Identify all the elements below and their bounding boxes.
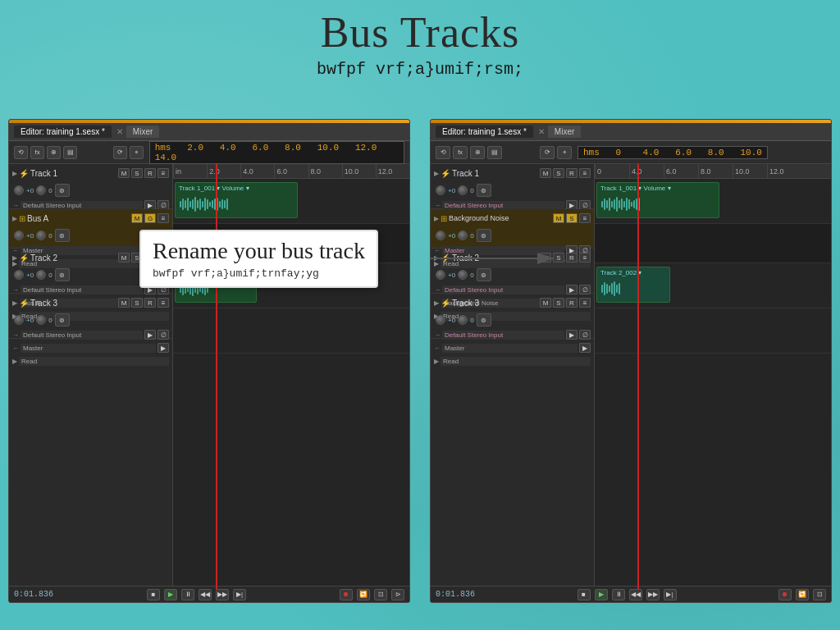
right-track1-S[interactable]: S	[553, 168, 564, 178]
right-track3-null[interactable]: ∅	[579, 330, 591, 340]
right-track3-vol-knob[interactable]	[436, 315, 445, 325]
right-bus-vol-knob[interactable]	[436, 231, 445, 240]
left-track1-arrow[interactable]: ▶	[12, 170, 17, 177]
left-track1-in-icon[interactable]: ⊚	[55, 184, 70, 197]
left-tool-2[interactable]: ⊕	[47, 146, 61, 159]
left-bus-arrow[interactable]: ▶	[12, 215, 17, 222]
right-track3-in-icon[interactable]: ⊚	[477, 313, 491, 326]
right-track3-menu[interactable]: ≡	[579, 298, 591, 308]
right-track1-arrow[interactable]: ▶	[434, 170, 439, 177]
right-stop-btn[interactable]: ■	[578, 589, 591, 600]
left-track1-vol-knob[interactable]	[14, 185, 24, 195]
left-track1-menu[interactable]: ≡	[158, 168, 169, 178]
left-bus-menu[interactable]: ≡	[158, 213, 169, 223]
left-track1-pan-knob[interactable]	[36, 185, 46, 195]
right-track1-pan-knob[interactable]	[458, 185, 468, 195]
right-track1-vol-knob[interactable]	[436, 185, 445, 195]
left-track3-arrow[interactable]: ▶	[12, 299, 17, 307]
right-track1-menu[interactable]: ≡	[579, 168, 591, 178]
right-tool-3[interactable]: ▤	[487, 146, 502, 159]
right-tool-snap[interactable]: ⌖	[557, 146, 572, 159]
right-bus-menu[interactable]: ≡	[579, 213, 591, 223]
left-stop-btn[interactable]: ■	[147, 589, 160, 600]
left-pause-btn[interactable]: ⏸	[181, 589, 194, 600]
right-bus-arrow[interactable]: ▶	[434, 215, 439, 222]
right-track2-R[interactable]: R	[566, 253, 578, 262]
left-back-btn[interactable]: ◀◀	[199, 589, 212, 600]
right-track3-M[interactable]: M	[540, 298, 551, 308]
right-play-btn[interactable]: ▶	[595, 589, 608, 600]
right-track1-M[interactable]: M	[540, 168, 551, 178]
left-track3-S[interactable]: S	[131, 298, 143, 308]
right-clip-2[interactable]: Track 2_002 ▾	[596, 267, 670, 303]
left-tool-loop[interactable]: ⟳	[113, 146, 127, 159]
right-tool-1[interactable]: ⟲	[436, 146, 450, 159]
left-loop-btn[interactable]: 🔁	[357, 589, 370, 600]
right-loop-btn[interactable]: 🔁	[796, 589, 809, 600]
right-track1-in-icon[interactable]: ⊚	[477, 184, 491, 197]
right-bus-M[interactable]: M	[553, 213, 564, 223]
left-fwd-btn[interactable]: ▶▶	[216, 589, 229, 600]
left-tool-3[interactable]: ▤	[63, 146, 77, 159]
left-rec-btn[interactable]: ⏺	[340, 589, 353, 600]
left-end-btn[interactable]: ▶|	[233, 589, 246, 600]
left-track3-pan-knob[interactable]	[36, 315, 46, 325]
left-play-btn[interactable]: ▶	[164, 589, 177, 600]
left-track1-M[interactable]: M	[118, 168, 130, 178]
right-bus-S[interactable]: S	[566, 213, 578, 223]
right-end-btn[interactable]: ▶|	[664, 589, 677, 600]
left-track3-send-btn[interactable]: ▶	[158, 343, 169, 353]
left-track3-menu[interactable]: ≡	[158, 298, 169, 308]
right-track3-R[interactable]: R	[566, 298, 578, 308]
left-track3-M[interactable]: M	[118, 298, 130, 308]
left-clip-1[interactable]: Track 1_001 ▾ Volume ▾	[175, 182, 298, 218]
right-track3-input-btn[interactable]: ▶	[566, 330, 578, 340]
left-track2-arrow[interactable]: ▶	[12, 254, 17, 262]
left-track3-in-icon[interactable]: ⊚	[55, 313, 70, 326]
left-track1-R[interactable]: R	[144, 168, 156, 178]
right-rec-btn[interactable]: ⏺	[778, 589, 792, 600]
right-pause-btn[interactable]: ⏸	[612, 589, 625, 600]
left-bus-vol-knob[interactable]	[14, 231, 24, 240]
right-track3-arrow[interactable]: ▶	[434, 299, 439, 307]
right-track3-S[interactable]: S	[553, 298, 564, 308]
right-out-btn[interactable]: ⊡	[813, 589, 826, 600]
left-track3-null[interactable]: ∅	[158, 330, 169, 340]
left-tool-snap[interactable]: ⌖	[130, 146, 144, 159]
left-tool-1[interactable]: ⟲	[14, 146, 28, 159]
right-track3-pan-knob[interactable]	[458, 315, 468, 325]
left-track3-R[interactable]: R	[144, 298, 156, 308]
right-track1-R[interactable]: R	[566, 168, 578, 178]
left-close-icon[interactable]: ✕	[116, 127, 123, 136]
left-out-btn[interactable]: ⊡	[374, 589, 387, 600]
right-bus-in-icon[interactable]: ⊚	[477, 229, 491, 242]
right-clip-1[interactable]: Track 1_001 ▾ Volume ▾	[596, 182, 719, 218]
right-track2-menu[interactable]: ≡	[579, 253, 591, 262]
right-track3-send-btn[interactable]: ▶	[579, 343, 591, 353]
left-bus-M[interactable]: M	[131, 213, 143, 223]
right-close-icon[interactable]: ✕	[538, 127, 545, 136]
left-bus-pan-knob[interactable]	[36, 231, 46, 240]
left-bus-G[interactable]: G	[144, 213, 156, 223]
right-fx-btn[interactable]: fx	[453, 146, 468, 159]
left-track3-vol-knob[interactable]	[14, 315, 24, 325]
right-mixer-tab[interactable]: Mixer	[548, 126, 581, 138]
left-track2-M[interactable]: M	[118, 253, 130, 262]
left-track2-in-icon[interactable]: ⊚	[55, 268, 70, 281]
left-track2-pan-knob[interactable]	[36, 270, 46, 280]
right-tool-loop[interactable]: ⟳	[540, 146, 555, 159]
left-track2-vol-knob[interactable]	[14, 270, 24, 280]
right-track-row-3: ▶ ⚡ Track 3 M S R ≡ +0 0 ⊚	[431, 294, 594, 339]
left-skip-btn[interactable]: ⊳	[391, 589, 404, 600]
right-editor-tab[interactable]: Editor: training 1.sesx *	[436, 126, 533, 138]
right-bus-pan-knob[interactable]	[458, 231, 468, 240]
left-bus-in-icon[interactable]: ⊚	[55, 229, 70, 242]
left-mixer-tab[interactable]: Mixer	[126, 126, 159, 138]
left-track3-input-btn[interactable]: ▶	[144, 330, 156, 340]
left-editor-tab[interactable]: Editor: training 1.sesx *	[14, 126, 112, 138]
left-track1-S[interactable]: S	[131, 168, 143, 178]
left-fx-btn[interactable]: fx	[30, 146, 44, 159]
right-tool-2[interactable]: ⊕	[470, 146, 485, 159]
right-back-btn[interactable]: ◀◀	[629, 589, 642, 600]
right-fwd-btn[interactable]: ▶▶	[646, 589, 660, 600]
